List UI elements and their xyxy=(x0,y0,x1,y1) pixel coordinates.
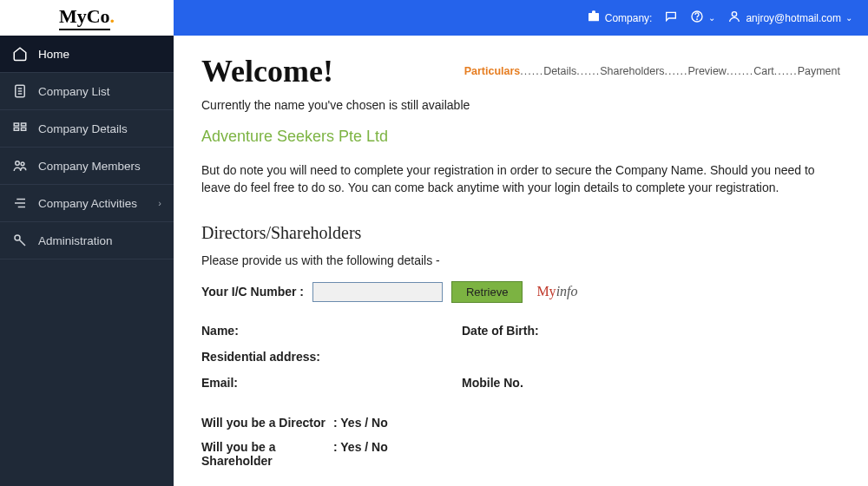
chat-icon xyxy=(664,10,678,26)
nav-company-details-label: Company Details xyxy=(38,122,128,135)
page-title: Welcome! xyxy=(201,53,333,89)
nav-company-activities-label: Company Activities xyxy=(38,197,137,210)
nav-company-members-label: Company Members xyxy=(38,160,141,173)
svg-rect-6 xyxy=(22,123,26,126)
nav: Home Company List Company Details Compan… xyxy=(0,36,174,486)
label-email: Email: xyxy=(201,376,462,390)
registration-note: But do note you will need to complete yo… xyxy=(201,161,840,197)
bc-shareholders[interactable]: Shareholders xyxy=(600,65,664,77)
topbar-company[interactable]: Company: xyxy=(587,10,653,26)
svg-rect-7 xyxy=(22,128,26,130)
label-dob: Date of Birth: xyxy=(462,324,722,338)
nav-home[interactable]: Home xyxy=(0,36,174,73)
sidebar: MyCo. Home Company List Company Details … xyxy=(0,0,174,486)
bc-cart[interactable]: Cart xyxy=(753,65,774,77)
svg-point-16 xyxy=(733,12,737,16)
nav-administration[interactable]: Administration xyxy=(0,222,174,259)
nav-administration-label: Administration xyxy=(38,234,113,247)
topbar-user-email: anjroy@hotmail.com xyxy=(746,12,841,24)
bc-payment[interactable]: Payment xyxy=(798,65,840,77)
availability-text: Currently the name you've chosen is stil… xyxy=(201,98,840,112)
svg-point-13 xyxy=(15,235,20,240)
svg-point-9 xyxy=(21,162,24,166)
section-title: Directors/Shareholders xyxy=(201,223,840,243)
briefcase-icon xyxy=(587,10,601,26)
nav-company-activities[interactable]: Company Activities › xyxy=(0,185,174,222)
help-icon xyxy=(690,10,704,26)
myinfo-info: info xyxy=(556,284,578,299)
nav-home-label: Home xyxy=(38,48,69,61)
bc-details[interactable]: Details xyxy=(543,65,576,77)
svg-rect-5 xyxy=(14,128,18,130)
shareholder-answer[interactable]: : Yes / No xyxy=(333,440,388,468)
svg-point-8 xyxy=(16,161,20,166)
ic-label: Your I/C Number : xyxy=(201,285,304,299)
svg-point-15 xyxy=(697,19,698,20)
list-icon xyxy=(12,195,28,211)
chevron-down-icon: ⌄ xyxy=(845,13,852,23)
director-answer[interactable]: : Yes / No xyxy=(333,416,388,430)
label-address: Residential address: xyxy=(201,350,722,364)
logo[interactable]: MyCo. xyxy=(0,0,174,36)
clipboard-icon xyxy=(12,83,28,99)
director-question: Will you be a Director xyxy=(201,416,333,430)
main: Company: ⌄ anjroy@hotmail.com ⌄ Welcome!… xyxy=(174,0,868,486)
topbar-user[interactable]: anjroy@hotmail.com ⌄ xyxy=(727,10,852,26)
topbar-company-label: Company: xyxy=(605,12,653,24)
nav-company-details[interactable]: Company Details xyxy=(0,110,174,148)
nav-company-members[interactable]: Company Members xyxy=(0,148,174,185)
shareholder-question: Will you be a Shareholder xyxy=(201,440,333,468)
wrench-icon xyxy=(12,233,28,248)
section-subtitle: Please provide us with the following det… xyxy=(201,253,840,267)
topbar-chat[interactable] xyxy=(664,10,678,26)
label-mobile: Mobile No. xyxy=(462,376,722,390)
bc-particulars[interactable]: Particulars xyxy=(464,65,521,77)
topbar-help[interactable]: ⌄ xyxy=(690,10,715,26)
myinfo-my: My xyxy=(536,284,556,299)
chevron-right-icon: › xyxy=(158,198,161,208)
breadcrumb: Particulars......Details......Shareholde… xyxy=(464,65,840,77)
bc-preview[interactable]: Preview xyxy=(687,65,726,77)
svg-rect-4 xyxy=(14,123,18,126)
users-icon xyxy=(12,158,28,174)
chevron-down-icon: ⌄ xyxy=(708,13,715,23)
nav-company-list[interactable]: Company List xyxy=(0,73,174,110)
logo-text: MyCo xyxy=(59,5,110,30)
retrieve-button[interactable]: Retrieve xyxy=(451,281,523,303)
content: Welcome! Particulars......Details......S… xyxy=(174,36,868,486)
topbar: Company: ⌄ anjroy@hotmail.com ⌄ xyxy=(174,0,868,36)
home-icon xyxy=(12,46,28,62)
myinfo-link[interactable]: Myinfo xyxy=(536,284,577,299)
ic-input[interactable] xyxy=(312,282,443,302)
grid-icon xyxy=(12,121,28,136)
user-icon xyxy=(727,10,741,26)
nav-company-list-label: Company List xyxy=(38,85,110,98)
label-name: Name: xyxy=(201,324,462,338)
logo-dot: . xyxy=(110,5,115,27)
company-name: Adventure Seekers Pte Ltd xyxy=(201,128,840,146)
